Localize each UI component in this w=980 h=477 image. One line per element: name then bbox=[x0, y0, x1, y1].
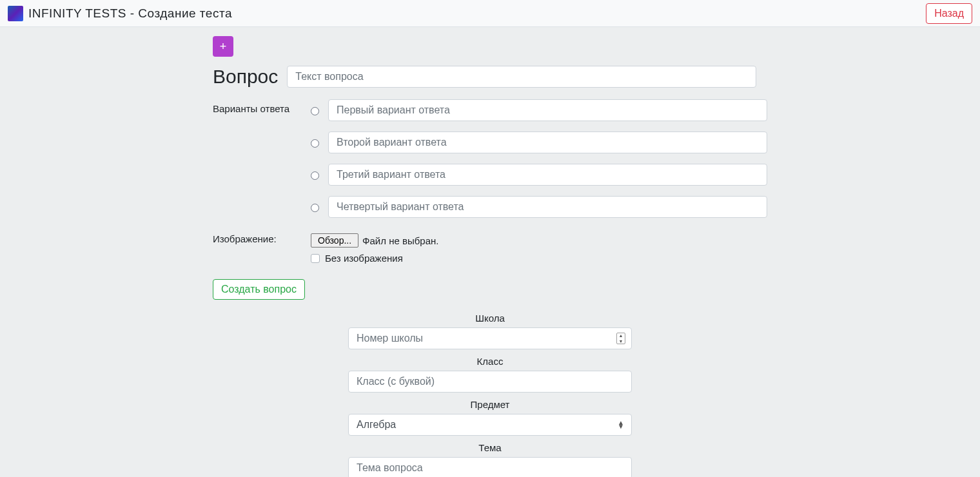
navbar: INFINITY TESTS - Создание теста Назад bbox=[0, 0, 980, 27]
answer-item bbox=[311, 196, 767, 218]
spinner-icon[interactable]: ▲▼ bbox=[616, 333, 625, 344]
school-input[interactable] bbox=[348, 327, 632, 349]
image-section: Изображение: Обзор... Файл не выбран. Бе… bbox=[213, 233, 767, 264]
image-controls: Обзор... Файл не выбран. Без изображения bbox=[311, 233, 767, 264]
meta-form: Школа ▲▼ Класс Предмет ▲▼ Тема Создать т… bbox=[348, 313, 632, 477]
subject-label: Предмет bbox=[348, 399, 632, 410]
file-status: Файл не выбран. bbox=[362, 235, 438, 246]
answer-input-1[interactable] bbox=[328, 99, 767, 121]
create-question-button[interactable]: Создать вопрос bbox=[213, 279, 305, 300]
logo-icon bbox=[8, 6, 23, 21]
class-input[interactable] bbox=[348, 371, 632, 393]
no-image-label: Без изображения bbox=[325, 253, 403, 264]
navbar-title: INFINITY TESTS - Создание теста bbox=[28, 6, 232, 21]
answer-item bbox=[311, 131, 767, 153]
answer-radio-4[interactable] bbox=[311, 204, 319, 212]
topic-input[interactable] bbox=[348, 457, 632, 477]
answer-radio-3[interactable] bbox=[311, 171, 319, 180]
subject-select[interactable] bbox=[348, 414, 632, 436]
browse-button[interactable]: Обзор... bbox=[311, 233, 358, 248]
question-row: Вопрос bbox=[213, 66, 767, 88]
question-label: Вопрос bbox=[213, 66, 278, 88]
main-container: + Вопрос Варианты ответа bbox=[206, 36, 774, 477]
answer-input-3[interactable] bbox=[328, 164, 767, 186]
question-text-input[interactable] bbox=[287, 66, 756, 88]
image-label: Изображение: bbox=[213, 233, 303, 264]
add-question-button[interactable]: + bbox=[213, 36, 233, 57]
no-image-checkbox[interactable] bbox=[311, 254, 320, 263]
answer-radio-1[interactable] bbox=[311, 107, 319, 115]
class-label: Класс bbox=[348, 356, 632, 367]
answers-list bbox=[311, 99, 767, 228]
answer-input-2[interactable] bbox=[328, 131, 767, 153]
answer-item bbox=[311, 164, 767, 186]
answers-section: Варианты ответа bbox=[213, 99, 767, 228]
answer-input-4[interactable] bbox=[328, 196, 767, 218]
topic-label: Тема bbox=[348, 442, 632, 453]
navbar-brand[interactable]: INFINITY TESTS - Создание теста bbox=[8, 6, 232, 21]
answer-radio-2[interactable] bbox=[311, 139, 319, 148]
school-label: Школа bbox=[348, 313, 632, 324]
back-button[interactable]: Назад bbox=[926, 3, 972, 24]
answers-label: Варианты ответа bbox=[213, 99, 303, 228]
answer-item bbox=[311, 99, 767, 121]
